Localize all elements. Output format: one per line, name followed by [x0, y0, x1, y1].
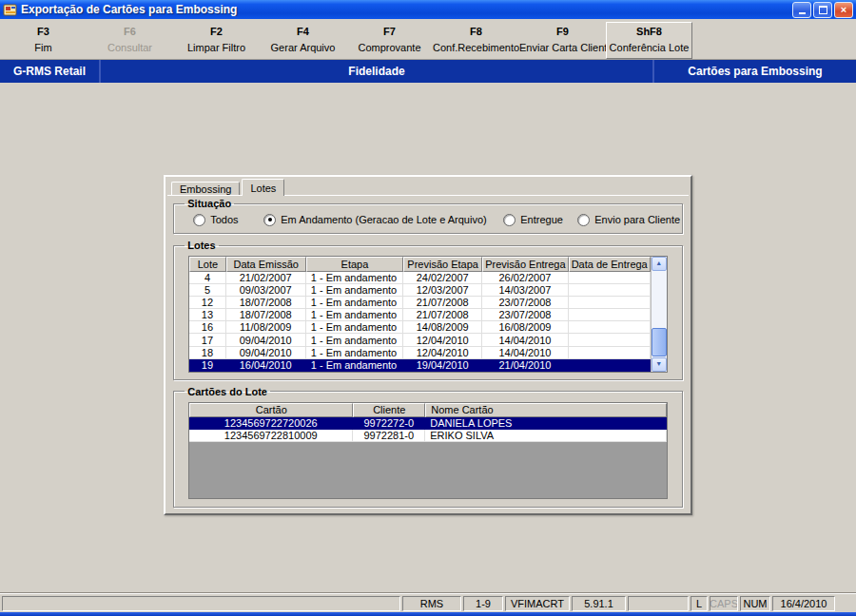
table-cell: 14/04/2010	[482, 347, 568, 359]
table-cell: 09/04/2010	[226, 347, 306, 359]
table-cell: DANIELA LOPES	[425, 417, 667, 430]
status-panel-rms: RMS	[402, 596, 461, 611]
table-row[interactable]: 1916/04/20101 - Em andamento19/04/201021…	[189, 359, 651, 372]
column-header[interactable]: Previsão Etapa	[403, 257, 482, 272]
column-header[interactable]: Data de Entrega	[569, 257, 651, 272]
radio-option-label: Envio para Cliente	[594, 214, 680, 225]
toolbar-button-key: F9	[519, 26, 606, 37]
radio-button-icon	[503, 214, 516, 226]
table-cell: 1 - Em andamento	[306, 321, 403, 334]
table-row[interactable]: 1218/07/20081 - Em andamento21/07/200823…	[189, 297, 651, 309]
nav-bar: G-RMS Retail Fidelidade Cartões para Emb…	[0, 60, 856, 83]
table-cell: 1 - Em andamento	[306, 347, 403, 359]
radio-option-label: Entregue	[520, 214, 563, 225]
table-cell: 12/04/2010	[403, 334, 482, 346]
status-panel-num: NUM	[740, 596, 770, 611]
status-panel-5-91-1: 5.91.1	[572, 596, 626, 611]
toolbar-button-f9[interactable]: F9Enviar Carta Cliente	[519, 22, 606, 59]
table-cell	[569, 321, 651, 334]
function-toolbar: F3FimF6ConsultarF2Limpar FiltroF4Gerar A…	[0, 19, 856, 60]
close-icon: ×	[841, 5, 846, 15]
table-cell: 9972281-0	[353, 430, 425, 442]
table-cell: 19	[189, 359, 225, 372]
scrollbar-thumb[interactable]	[652, 328, 667, 356]
table-cell	[569, 334, 651, 346]
table-row[interactable]: 1809/04/20101 - Em andamento12/04/201014…	[189, 347, 651, 359]
close-button[interactable]: ×	[834, 2, 853, 18]
column-header[interactable]: Nome Cartão	[425, 403, 667, 417]
toolbar-button-f4[interactable]: F4Gerar Arquivo	[260, 22, 346, 59]
table-row[interactable]: 509/03/20071 - Em andamento12/03/200714/…	[189, 284, 651, 297]
restore-button[interactable]	[813, 2, 832, 18]
radio-option-2[interactable]: Entregue	[503, 214, 577, 226]
radio-option-0[interactable]: Todos	[193, 214, 263, 226]
table-cell	[569, 359, 651, 372]
toolbar-button-key: F4	[260, 26, 346, 37]
tab-strip: EmbossingLotes	[167, 179, 689, 196]
table-cell	[569, 297, 651, 309]
table-row[interactable]: 12345697227200269972272-0DANIELA LOPES	[189, 417, 667, 430]
radio-option-label: Todos	[210, 214, 238, 225]
table-cell: 1 - Em andamento	[306, 334, 403, 346]
column-header[interactable]: Cartão	[189, 403, 353, 417]
toolbar-button-key: F3	[0, 26, 87, 37]
radio-button-icon	[577, 214, 590, 226]
radio-button-icon	[193, 214, 205, 226]
table-row[interactable]: 421/02/20071 - Em andamento24/02/200726/…	[189, 272, 651, 284]
restore-icon	[819, 6, 827, 14]
toolbar-button-label: Limpar Filtro	[173, 42, 260, 53]
table-cell: 17	[189, 334, 225, 346]
radio-option-3[interactable]: Envio para Cliente	[577, 214, 680, 226]
cartoes-table: CartãoClienteNome Cartão1234569722720026…	[189, 403, 667, 442]
radio-option-1[interactable]: Em Andamento (Geracao de Lote e Arquivo)	[263, 214, 503, 226]
table-cell: 23/07/2008	[482, 297, 568, 309]
table-cell: 09/04/2010	[226, 334, 306, 346]
lotes-scrollbar[interactable]: ▲ ▼	[651, 257, 667, 372]
column-header[interactable]: Lote	[189, 257, 225, 272]
scrollbar-track[interactable]	[652, 271, 667, 357]
table-cell: 18/07/2008	[226, 309, 306, 321]
table-row[interactable]: 1611/08/20091 - Em andamento14/08/200916…	[189, 321, 651, 334]
table-cell: 24/02/2007	[403, 272, 482, 284]
table-cell	[569, 347, 651, 359]
table-row[interactable]: 12345697228100099972281-0ERIKO SILVA	[189, 430, 667, 442]
table-row[interactable]: 1709/04/20101 - Em andamento12/04/201014…	[189, 334, 651, 346]
toolbar-button-label: Consultar	[87, 42, 173, 53]
table-cell: 13	[189, 309, 225, 321]
toolbar-button-f8[interactable]: F8Conf.Recebimento	[433, 22, 519, 59]
table-cell: ERIKO SILVA	[425, 430, 667, 442]
tab-lotes[interactable]: Lotes	[242, 179, 284, 196]
table-cell	[569, 309, 651, 321]
title-bar: Exportação de Cartões para Embossing ×	[0, 0, 856, 19]
toolbar-button-shf8[interactable]: ShF8Conferência Lote	[606, 22, 692, 59]
app-icon	[3, 3, 17, 17]
column-header[interactable]: Previsão Entrega	[482, 257, 568, 272]
table-row[interactable]: 1318/07/20081 - Em andamento21/07/200823…	[189, 309, 651, 321]
radio-option-label: Em Andamento (Geracao de Lote e Arquivo)	[281, 214, 486, 225]
nav-module-name: Fidelidade	[101, 60, 652, 83]
column-header[interactable]: Cliente	[353, 403, 425, 417]
toolbar-button-f3[interactable]: F3Fim	[0, 22, 87, 59]
lotes-group: Lotes LoteData EmissãoEtapaPrevisão Etap…	[173, 240, 683, 380]
column-header[interactable]: Data Emissão	[226, 257, 306, 272]
table-cell: 18/07/2008	[226, 297, 306, 309]
lotes-table: LoteData EmissãoEtapaPrevisão EtapaPrevi…	[189, 257, 651, 372]
table-cell: 14/08/2009	[403, 321, 482, 334]
toolbar-button-label: Gerar Arquivo	[260, 42, 346, 53]
situacao-group: Situação TodosEm Andamento (Geracao de L…	[173, 198, 683, 234]
table-cell	[569, 284, 651, 297]
status-panel-caps: CAPS	[710, 596, 738, 611]
toolbar-button-f7[interactable]: F7Comprovante	[346, 22, 433, 59]
situacao-legend: Situação	[185, 198, 234, 209]
tab-embossing[interactable]: Embossing	[171, 182, 240, 196]
scroll-up-icon[interactable]: ▲	[652, 257, 667, 271]
column-header[interactable]: Etapa	[306, 257, 403, 272]
minimize-icon	[799, 12, 806, 14]
header-row: LoteData EmissãoEtapaPrevisão EtapaPrevi…	[189, 257, 651, 272]
table-cell: 21/07/2008	[403, 309, 482, 321]
minimize-button[interactable]	[792, 2, 811, 18]
toolbar-button-f2[interactable]: F2Limpar Filtro	[173, 22, 260, 59]
scroll-down-icon[interactable]: ▼	[652, 357, 667, 372]
status-panel-16-4-2010: 16/4/2010	[772, 596, 835, 611]
lotes-grid: LoteData EmissãoEtapaPrevisão EtapaPrevi…	[188, 256, 668, 373]
